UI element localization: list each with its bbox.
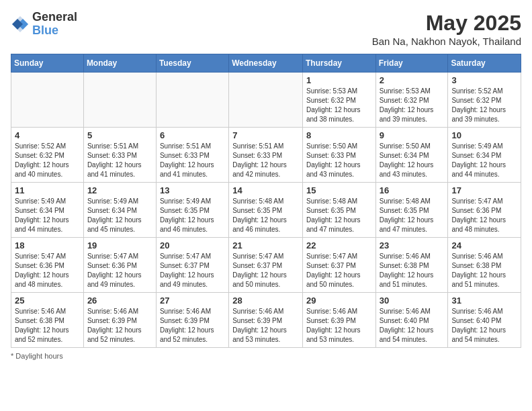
day-info: Sunrise: 5:49 AM Sunset: 6:34 PM Dayligh… <box>15 197 80 234</box>
column-header-thursday: Thursday <box>302 54 375 73</box>
day-info: Sunrise: 5:50 AM Sunset: 6:34 PM Dayligh… <box>380 142 445 179</box>
week-row-3: 11Sunrise: 5:49 AM Sunset: 6:34 PM Dayli… <box>11 183 521 238</box>
calendar-cell: 18Sunrise: 5:47 AM Sunset: 6:36 PM Dayli… <box>11 238 84 293</box>
calendar-cell: 19Sunrise: 5:47 AM Sunset: 6:36 PM Dayli… <box>83 238 156 293</box>
calendar-cell <box>83 73 156 128</box>
day-number: 18 <box>15 240 80 250</box>
page-header: General Blue May 2025 Ban Na, Nakhon Nay… <box>11 11 521 47</box>
calendar-table: SundayMondayTuesdayWednesdayThursdayFrid… <box>11 54 521 348</box>
calendar-cell: 28Sunrise: 5:46 AM Sunset: 6:39 PM Dayli… <box>229 293 303 348</box>
day-info: Sunrise: 5:50 AM Sunset: 6:33 PM Dayligh… <box>306 142 372 179</box>
day-info: Sunrise: 5:47 AM Sunset: 6:36 PM Dayligh… <box>87 252 152 289</box>
day-number: 26 <box>87 295 152 306</box>
day-number: 9 <box>380 130 445 140</box>
logo-general-text: General <box>32 11 77 24</box>
calendar-cell: 29Sunrise: 5:46 AM Sunset: 6:39 PM Dayli… <box>302 293 375 348</box>
day-info: Sunrise: 5:46 AM Sunset: 6:39 PM Dayligh… <box>232 307 299 345</box>
calendar-cell: 16Sunrise: 5:48 AM Sunset: 6:35 PM Dayli… <box>375 183 448 238</box>
day-info: Sunrise: 5:52 AM Sunset: 6:32 PM Dayligh… <box>15 142 80 179</box>
day-number: 3 <box>451 75 517 85</box>
calendar-cell: 22Sunrise: 5:47 AM Sunset: 6:37 PM Dayli… <box>302 238 375 293</box>
day-info: Sunrise: 5:48 AM Sunset: 6:35 PM Dayligh… <box>232 197 299 234</box>
day-number: 30 <box>380 295 445 306</box>
day-number: 2 <box>380 75 445 85</box>
column-header-sunday: Sunday <box>11 54 84 73</box>
day-info: Sunrise: 5:52 AM Sunset: 6:32 PM Dayligh… <box>451 87 517 124</box>
week-row-4: 18Sunrise: 5:47 AM Sunset: 6:36 PM Dayli… <box>11 238 521 293</box>
day-number: 7 <box>232 130 299 140</box>
day-number: 13 <box>160 185 225 195</box>
calendar-cell: 12Sunrise: 5:49 AM Sunset: 6:34 PM Dayli… <box>83 183 156 238</box>
calendar-cell <box>229 73 303 128</box>
day-number: 1 <box>306 75 372 85</box>
day-info: Sunrise: 5:51 AM Sunset: 6:33 PM Dayligh… <box>87 142 152 179</box>
calendar-cell: 9Sunrise: 5:50 AM Sunset: 6:34 PM Daylig… <box>375 128 448 183</box>
day-number: 17 <box>451 185 517 195</box>
day-number: 25 <box>15 295 80 306</box>
day-number: 31 <box>451 295 517 306</box>
day-info: Sunrise: 5:49 AM Sunset: 6:35 PM Dayligh… <box>160 197 225 234</box>
day-info: Sunrise: 5:47 AM Sunset: 6:36 PM Dayligh… <box>15 252 80 289</box>
day-info: Sunrise: 5:47 AM Sunset: 6:36 PM Dayligh… <box>451 197 517 234</box>
day-info: Sunrise: 5:53 AM Sunset: 6:32 PM Dayligh… <box>380 87 445 124</box>
day-info: Sunrise: 5:53 AM Sunset: 6:32 PM Dayligh… <box>306 87 372 124</box>
column-header-monday: Monday <box>83 54 156 73</box>
calendar-cell <box>11 73 84 128</box>
day-number: 21 <box>232 240 299 250</box>
day-info: Sunrise: 5:46 AM Sunset: 6:38 PM Dayligh… <box>380 252 445 289</box>
day-info: Sunrise: 5:46 AM Sunset: 6:38 PM Dayligh… <box>15 307 80 345</box>
day-info: Sunrise: 5:48 AM Sunset: 6:35 PM Dayligh… <box>380 197 445 234</box>
day-number: 14 <box>232 185 299 195</box>
day-info: Sunrise: 5:46 AM Sunset: 6:40 PM Dayligh… <box>451 307 517 345</box>
calendar-cell: 20Sunrise: 5:47 AM Sunset: 6:37 PM Dayli… <box>156 238 228 293</box>
day-info: Sunrise: 5:47 AM Sunset: 6:37 PM Dayligh… <box>232 252 299 289</box>
calendar-cell: 4Sunrise: 5:52 AM Sunset: 6:32 PM Daylig… <box>11 128 84 183</box>
footer-note: * Daylight hours <box>11 352 521 360</box>
logo-blue-text: Blue <box>32 24 77 38</box>
calendar-cell <box>156 73 228 128</box>
calendar-cell: 6Sunrise: 5:51 AM Sunset: 6:33 PM Daylig… <box>156 128 228 183</box>
calendar-cell: 11Sunrise: 5:49 AM Sunset: 6:34 PM Dayli… <box>11 183 84 238</box>
day-info: Sunrise: 5:46 AM Sunset: 6:39 PM Dayligh… <box>87 307 152 345</box>
calendar-cell: 14Sunrise: 5:48 AM Sunset: 6:35 PM Dayli… <box>229 183 303 238</box>
calendar-cell: 17Sunrise: 5:47 AM Sunset: 6:36 PM Dayli… <box>448 183 521 238</box>
footer-label: Daylight hours <box>15 352 62 360</box>
day-info: Sunrise: 5:46 AM Sunset: 6:38 PM Dayligh… <box>451 252 517 289</box>
calendar-cell: 23Sunrise: 5:46 AM Sunset: 6:38 PM Dayli… <box>375 238 448 293</box>
day-number: 23 <box>380 240 445 250</box>
header-row: SundayMondayTuesdayWednesdayThursdayFrid… <box>11 54 521 73</box>
calendar-cell: 13Sunrise: 5:49 AM Sunset: 6:35 PM Dayli… <box>156 183 228 238</box>
calendar-cell: 31Sunrise: 5:46 AM Sunset: 6:40 PM Dayli… <box>448 293 521 348</box>
day-info: Sunrise: 5:51 AM Sunset: 6:33 PM Dayligh… <box>232 142 299 179</box>
calendar-cell: 10Sunrise: 5:49 AM Sunset: 6:34 PM Dayli… <box>448 128 521 183</box>
day-info: Sunrise: 5:49 AM Sunset: 6:34 PM Dayligh… <box>87 197 152 234</box>
calendar-cell: 1Sunrise: 5:53 AM Sunset: 6:32 PM Daylig… <box>302 73 375 128</box>
calendar-cell: 8Sunrise: 5:50 AM Sunset: 6:33 PM Daylig… <box>302 128 375 183</box>
day-number: 27 <box>160 295 225 306</box>
day-number: 5 <box>87 130 152 140</box>
column-header-tuesday: Tuesday <box>156 54 228 73</box>
day-info: Sunrise: 5:46 AM Sunset: 6:40 PM Dayligh… <box>380 307 445 345</box>
calendar-cell: 30Sunrise: 5:46 AM Sunset: 6:40 PM Dayli… <box>375 293 448 348</box>
calendar-cell: 26Sunrise: 5:46 AM Sunset: 6:39 PM Dayli… <box>83 293 156 348</box>
logo: General Blue <box>11 11 77 38</box>
calendar-cell: 27Sunrise: 5:46 AM Sunset: 6:39 PM Dayli… <box>156 293 228 348</box>
title-section: May 2025 Ban Na, Nakhon Nayok, Thailand <box>372 11 521 47</box>
logo-text: General Blue <box>32 11 77 38</box>
day-number: 22 <box>306 240 372 250</box>
day-number: 15 <box>306 185 372 195</box>
column-header-wednesday: Wednesday <box>229 54 303 73</box>
calendar-cell: 15Sunrise: 5:48 AM Sunset: 6:35 PM Dayli… <box>302 183 375 238</box>
logo-icon <box>11 15 30 34</box>
day-number: 11 <box>15 185 80 195</box>
day-number: 8 <box>306 130 372 140</box>
day-info: Sunrise: 5:48 AM Sunset: 6:35 PM Dayligh… <box>306 197 372 234</box>
week-row-5: 25Sunrise: 5:46 AM Sunset: 6:38 PM Dayli… <box>11 293 521 348</box>
day-number: 20 <box>160 240 225 250</box>
day-number: 16 <box>380 185 445 195</box>
column-header-saturday: Saturday <box>448 54 521 73</box>
day-number: 28 <box>232 295 299 306</box>
calendar-cell: 21Sunrise: 5:47 AM Sunset: 6:37 PM Dayli… <box>229 238 303 293</box>
day-number: 19 <box>87 240 152 250</box>
calendar-cell: 5Sunrise: 5:51 AM Sunset: 6:33 PM Daylig… <box>83 128 156 183</box>
